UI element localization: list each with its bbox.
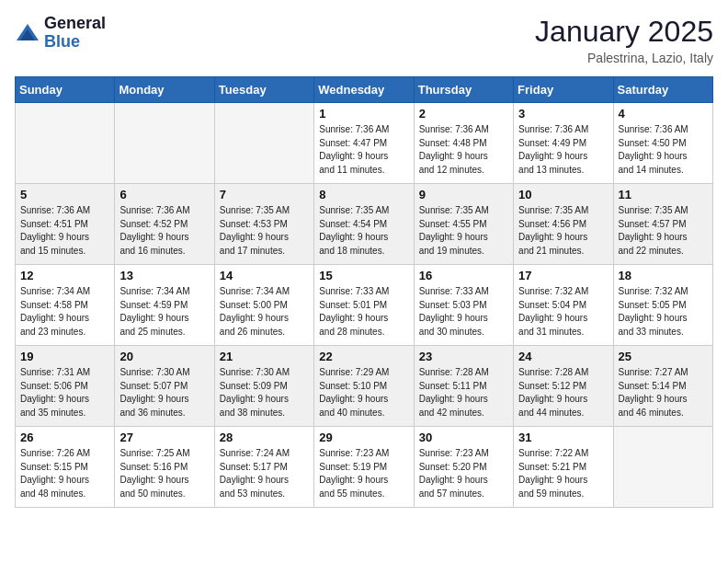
logo-text: General Blue [44, 15, 106, 52]
day-number: 17 [518, 269, 608, 282]
weekday-header-row: SundayMondayTuesdayWednesdayThursdayFrid… [16, 77, 713, 103]
day-number: 4 [619, 107, 708, 121]
calendar-cell: 22Sunrise: 7:29 AM Sunset: 5:10 PM Dayli… [314, 346, 414, 427]
calendar-cell: 7Sunrise: 7:35 AM Sunset: 4:53 PM Daylig… [214, 184, 313, 265]
calendar-cell: 14Sunrise: 7:34 AM Sunset: 5:00 PM Dayli… [214, 265, 313, 346]
calendar-cell: 13Sunrise: 7:34 AM Sunset: 4:59 PM Dayli… [115, 265, 214, 346]
day-info: Sunrise: 7:27 AM Sunset: 5:14 PM Dayligh… [619, 366, 708, 419]
weekday-header-monday: Monday [115, 77, 214, 103]
day-number: 9 [419, 188, 508, 201]
weekday-header-thursday: Thursday [414, 77, 513, 103]
day-number: 23 [419, 350, 508, 363]
day-info: Sunrise: 7:36 AM Sunset: 4:47 PM Dayligh… [319, 123, 408, 177]
calendar-cell: 3Sunrise: 7:36 AM Sunset: 4:49 PM Daylig… [514, 103, 613, 184]
day-number: 27 [119, 431, 209, 444]
day-number: 10 [518, 188, 608, 201]
logo-blue: Blue [44, 33, 106, 52]
day-info: Sunrise: 7:36 AM Sunset: 4:50 PM Dayligh… [619, 123, 708, 177]
calendar-cell: 24Sunrise: 7:28 AM Sunset: 5:12 PM Dayli… [514, 346, 613, 427]
calendar: SundayMondayTuesdayWednesdayThursdayFrid… [15, 76, 713, 508]
calendar-cell [16, 103, 115, 184]
calendar-cell: 2Sunrise: 7:36 AM Sunset: 4:48 PM Daylig… [414, 103, 513, 184]
day-info: Sunrise: 7:35 AM Sunset: 4:55 PM Dayligh… [419, 204, 508, 258]
day-info: Sunrise: 7:31 AM Sunset: 5:06 PM Dayligh… [20, 366, 109, 419]
day-info: Sunrise: 7:35 AM Sunset: 4:53 PM Dayligh… [220, 204, 309, 258]
day-number: 11 [619, 188, 708, 201]
week-row-5: 26Sunrise: 7:26 AM Sunset: 5:15 PM Dayli… [16, 427, 713, 508]
weekday-header-tuesday: Tuesday [214, 77, 313, 103]
day-info: Sunrise: 7:35 AM Sunset: 4:56 PM Dayligh… [518, 204, 608, 258]
day-number: 2 [419, 107, 508, 121]
weekday-header-friday: Friday [514, 77, 613, 103]
day-number: 31 [518, 431, 608, 444]
page-header: General Blue January 2025 Palestrina, La… [15, 15, 713, 65]
day-number: 19 [20, 350, 109, 363]
day-number: 29 [319, 431, 408, 444]
calendar-cell: 27Sunrise: 7:25 AM Sunset: 5:16 PM Dayli… [115, 427, 214, 508]
day-info: Sunrise: 7:32 AM Sunset: 5:04 PM Dayligh… [518, 285, 608, 339]
day-number: 28 [220, 431, 309, 444]
day-info: Sunrise: 7:35 AM Sunset: 4:54 PM Dayligh… [319, 204, 408, 258]
logo-icon [15, 20, 40, 46]
calendar-cell: 1Sunrise: 7:36 AM Sunset: 4:47 PM Daylig… [314, 103, 414, 184]
calendar-cell: 11Sunrise: 7:35 AM Sunset: 4:57 PM Dayli… [613, 184, 712, 265]
day-info: Sunrise: 7:33 AM Sunset: 5:03 PM Dayligh… [419, 285, 508, 339]
day-info: Sunrise: 7:30 AM Sunset: 5:09 PM Dayligh… [220, 366, 309, 419]
day-info: Sunrise: 7:28 AM Sunset: 5:12 PM Dayligh… [518, 366, 608, 419]
title-block: January 2025 Palestrina, Lazio, Italy [535, 15, 713, 65]
calendar-cell: 19Sunrise: 7:31 AM Sunset: 5:06 PM Dayli… [16, 346, 115, 427]
weekday-header-sunday: Sunday [16, 77, 115, 103]
calendar-cell: 18Sunrise: 7:32 AM Sunset: 5:05 PM Dayli… [613, 265, 712, 346]
day-number: 24 [518, 350, 608, 363]
day-number: 15 [319, 269, 408, 282]
calendar-cell [115, 103, 214, 184]
day-info: Sunrise: 7:22 AM Sunset: 5:21 PM Dayligh… [518, 447, 608, 500]
calendar-cell [214, 103, 313, 184]
day-number: 20 [119, 350, 209, 363]
calendar-cell: 17Sunrise: 7:32 AM Sunset: 5:04 PM Dayli… [514, 265, 613, 346]
day-info: Sunrise: 7:34 AM Sunset: 4:58 PM Dayligh… [20, 285, 109, 339]
calendar-cell: 23Sunrise: 7:28 AM Sunset: 5:11 PM Dayli… [414, 346, 513, 427]
calendar-cell: 21Sunrise: 7:30 AM Sunset: 5:09 PM Dayli… [214, 346, 313, 427]
calendar-cell: 6Sunrise: 7:36 AM Sunset: 4:52 PM Daylig… [115, 184, 214, 265]
logo-general: General [44, 15, 106, 33]
day-info: Sunrise: 7:36 AM Sunset: 4:48 PM Dayligh… [419, 123, 508, 177]
calendar-cell [613, 427, 712, 508]
day-number: 7 [220, 188, 309, 201]
week-row-1: 1Sunrise: 7:36 AM Sunset: 4:47 PM Daylig… [16, 103, 713, 184]
day-number: 16 [419, 269, 508, 282]
day-number: 21 [220, 350, 309, 363]
calendar-cell: 26Sunrise: 7:26 AM Sunset: 5:15 PM Dayli… [16, 427, 115, 508]
week-row-4: 19Sunrise: 7:31 AM Sunset: 5:06 PM Dayli… [16, 346, 713, 427]
day-number: 18 [619, 269, 708, 282]
day-info: Sunrise: 7:26 AM Sunset: 5:15 PM Dayligh… [20, 447, 109, 500]
day-number: 6 [119, 188, 209, 201]
week-row-2: 5Sunrise: 7:36 AM Sunset: 4:51 PM Daylig… [16, 184, 713, 265]
calendar-cell: 15Sunrise: 7:33 AM Sunset: 5:01 PM Dayli… [314, 265, 414, 346]
calendar-cell: 16Sunrise: 7:33 AM Sunset: 5:03 PM Dayli… [414, 265, 513, 346]
day-info: Sunrise: 7:29 AM Sunset: 5:10 PM Dayligh… [319, 366, 408, 419]
day-number: 5 [20, 188, 109, 201]
day-info: Sunrise: 7:34 AM Sunset: 5:00 PM Dayligh… [220, 285, 309, 339]
day-info: Sunrise: 7:28 AM Sunset: 5:11 PM Dayligh… [419, 366, 508, 419]
day-info: Sunrise: 7:32 AM Sunset: 5:05 PM Dayligh… [619, 285, 708, 339]
day-number: 14 [220, 269, 309, 282]
calendar-cell: 12Sunrise: 7:34 AM Sunset: 4:58 PM Dayli… [16, 265, 115, 346]
logo: General Blue [15, 15, 106, 52]
day-number: 22 [319, 350, 408, 363]
calendar-cell: 31Sunrise: 7:22 AM Sunset: 5:21 PM Dayli… [514, 427, 613, 508]
calendar-cell: 28Sunrise: 7:24 AM Sunset: 5:17 PM Dayli… [214, 427, 313, 508]
calendar-cell: 20Sunrise: 7:30 AM Sunset: 5:07 PM Dayli… [115, 346, 214, 427]
day-number: 26 [20, 431, 109, 444]
day-number: 25 [619, 350, 708, 363]
day-info: Sunrise: 7:36 AM Sunset: 4:49 PM Dayligh… [518, 123, 608, 177]
day-info: Sunrise: 7:36 AM Sunset: 4:52 PM Dayligh… [119, 204, 209, 258]
weekday-header-wednesday: Wednesday [314, 77, 414, 103]
calendar-cell: 4Sunrise: 7:36 AM Sunset: 4:50 PM Daylig… [613, 103, 712, 184]
day-info: Sunrise: 7:36 AM Sunset: 4:51 PM Dayligh… [20, 204, 109, 258]
day-info: Sunrise: 7:23 AM Sunset: 5:20 PM Dayligh… [419, 447, 508, 500]
day-number: 30 [419, 431, 508, 444]
day-number: 12 [20, 269, 109, 282]
day-info: Sunrise: 7:33 AM Sunset: 5:01 PM Dayligh… [319, 285, 408, 339]
day-info: Sunrise: 7:34 AM Sunset: 4:59 PM Dayligh… [119, 285, 209, 339]
